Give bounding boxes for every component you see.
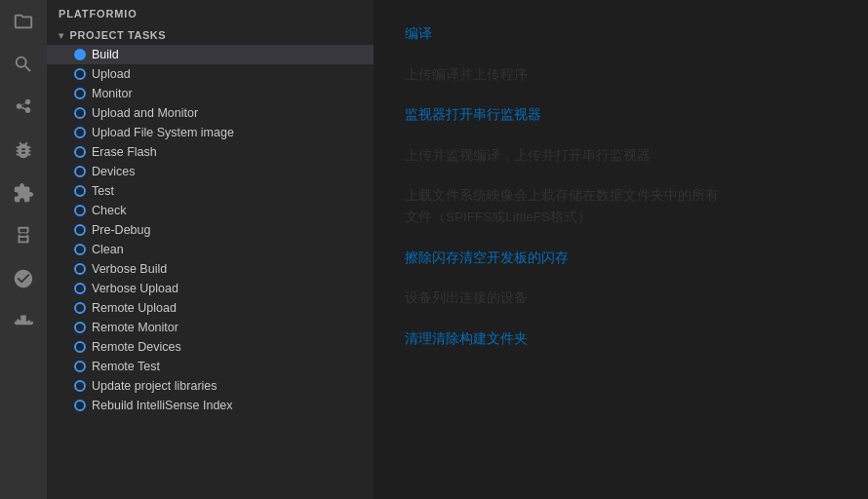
desc-build: 编译 — [405, 23, 837, 45]
task-circle-icon — [74, 380, 86, 392]
task-item[interactable]: Check — [47, 201, 374, 220]
task-item[interactable]: Remote Monitor — [47, 318, 374, 337]
task-label: Erase Flash — [92, 145, 157, 159]
task-item[interactable]: Devices — [47, 162, 374, 181]
task-label: Remote Devices — [92, 340, 181, 354]
task-label: Devices — [92, 165, 135, 178]
home-icon[interactable] — [10, 265, 37, 292]
task-label: Check — [92, 204, 126, 217]
task-circle-icon — [74, 107, 86, 119]
clean-link[interactable]: 清理清除构建文件夹 — [405, 331, 528, 346]
task-item[interactable]: Upload — [47, 64, 374, 84]
task-list: BuildUploadMonitorUpload and MonitorUplo… — [47, 45, 374, 415]
task-label: Update project libraries — [92, 379, 217, 393]
docker-icon[interactable] — [10, 308, 37, 335]
task-label: Build — [92, 48, 119, 61]
task-circle-icon — [74, 224, 86, 236]
task-item[interactable]: Clean — [47, 240, 374, 259]
section-label: PROJECT TASKS — [70, 29, 167, 41]
task-circle-icon — [74, 68, 86, 80]
task-circle-icon — [74, 146, 86, 158]
task-label: Upload File System image — [92, 126, 234, 139]
task-item[interactable]: Verbose Build — [47, 259, 374, 279]
task-label: Upload — [92, 67, 131, 81]
task-circle-icon — [74, 49, 86, 60]
task-label: Upload and Monitor — [92, 106, 198, 120]
task-circle-icon — [74, 302, 86, 314]
task-circle-icon — [74, 185, 86, 197]
task-item[interactable]: Pre-Debug — [47, 220, 374, 240]
platformio-icon[interactable] — [10, 222, 37, 250]
files-icon[interactable] — [10, 8, 37, 35]
desc-upload-monitor: 上传并监视编译，上传并打开串行监视器 — [405, 145, 837, 167]
task-circle-icon — [74, 263, 86, 275]
task-label: Pre-Debug — [92, 223, 150, 237]
search-icon[interactable] — [10, 51, 37, 78]
task-label: Test — [92, 184, 114, 198]
section-header[interactable]: ▾ PROJECT TASKS — [47, 25, 374, 45]
task-item[interactable]: Remote Upload — [47, 298, 374, 318]
task-item[interactable]: Remote Test — [47, 357, 374, 376]
task-item[interactable]: Upload and Monitor — [47, 103, 374, 123]
task-item[interactable]: Monitor — [47, 84, 374, 103]
desc-upload: 上传编译并上传程序 — [405, 64, 837, 86]
task-label: Monitor — [92, 87, 133, 100]
desc-upload-fs: 上载文件系统映像会上载存储在数据文件夹中的所有 文件（SPIFFS或Little… — [405, 185, 837, 227]
main-content: 编译 上传编译并上传程序 监视器打开串行监视器 上传并监视编译，上传并打开串行监… — [374, 0, 868, 499]
monitor-link[interactable]: 监视器打开串行监视器 — [405, 107, 541, 122]
task-item[interactable]: Update project libraries — [47, 376, 374, 396]
debug-icon[interactable] — [10, 136, 37, 164]
task-item[interactable]: Erase Flash — [47, 142, 374, 162]
task-circle-icon — [74, 88, 86, 99]
task-label: Verbose Upload — [92, 282, 178, 295]
upload-desc: 上传编译并上传程序 — [405, 67, 528, 82]
desc-erase-flash: 擦除闪存清空开发板的闪存 — [405, 248, 837, 269]
task-item[interactable]: Rebuild IntelliSense Index — [47, 396, 374, 415]
sidebar: PLATFORMIO ▾ PROJECT TASKS BuildUploadMo… — [47, 0, 374, 499]
task-circle-icon — [74, 244, 86, 255]
task-item[interactable]: Verbose Upload — [47, 279, 374, 298]
task-circle-icon — [74, 361, 86, 372]
task-label: Clean — [92, 243, 124, 256]
upload-monitor-desc: 上传并监视编译，上传并打开串行监视器 — [405, 148, 651, 163]
desc-clean: 清理清除构建文件夹 — [405, 328, 837, 350]
task-label: Remote Monitor — [92, 321, 178, 334]
task-circle-icon — [74, 127, 86, 138]
extensions-icon[interactable] — [10, 179, 37, 207]
task-circle-icon — [74, 400, 86, 411]
task-item[interactable]: Test — [47, 181, 374, 201]
task-item[interactable]: Remote Devices — [47, 337, 374, 357]
desc-devices: 设备列出连接的设备 — [405, 288, 837, 309]
task-label: Remote Test — [92, 360, 160, 373]
task-circle-icon — [74, 205, 86, 216]
task-circle-icon — [74, 322, 86, 333]
task-circle-icon — [74, 283, 86, 294]
task-circle-icon — [74, 166, 86, 177]
task-circle-icon — [74, 341, 86, 353]
desc-monitor: 监视器打开串行监视器 — [405, 104, 837, 126]
activity-bar — [0, 0, 47, 499]
task-label: Verbose Build — [92, 262, 167, 276]
upload-fs-desc-line1: 上载文件系统映像会上载存储在数据文件夹中的所有 — [405, 185, 837, 207]
chevron-icon: ▾ — [59, 30, 64, 41]
erase-flash-link[interactable]: 擦除闪存清空开发板的闪存 — [405, 250, 569, 265]
sidebar-header: PLATFORMIO — [47, 0, 374, 25]
task-label: Remote Upload — [92, 301, 177, 315]
build-link[interactable]: 编译 — [405, 26, 432, 41]
task-item[interactable]: Upload File System image — [47, 123, 374, 142]
devices-desc: 设备列出连接的设备 — [405, 290, 528, 305]
upload-fs-desc-line2: 文件（SPIFFS或LittleFS格式） — [405, 207, 837, 228]
source-control-icon[interactable] — [10, 94, 37, 121]
task-label: Rebuild IntelliSense Index — [92, 399, 233, 412]
task-item[interactable]: Build — [47, 45, 374, 64]
